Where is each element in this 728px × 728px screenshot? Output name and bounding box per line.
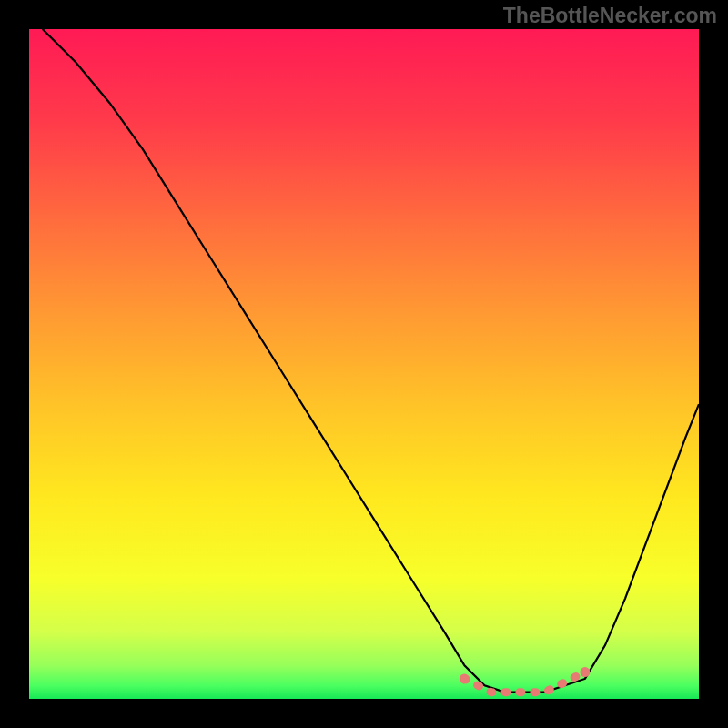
optimal-zone-dots bbox=[29, 29, 699, 699]
svg-point-1 bbox=[460, 673, 470, 683]
svg-point-2 bbox=[580, 667, 590, 677]
watermark-text: TheBottleNecker.com bbox=[503, 4, 717, 28]
chart-container: TheBottleNecker.com bbox=[0, 0, 728, 728]
plot-area bbox=[29, 29, 699, 699]
